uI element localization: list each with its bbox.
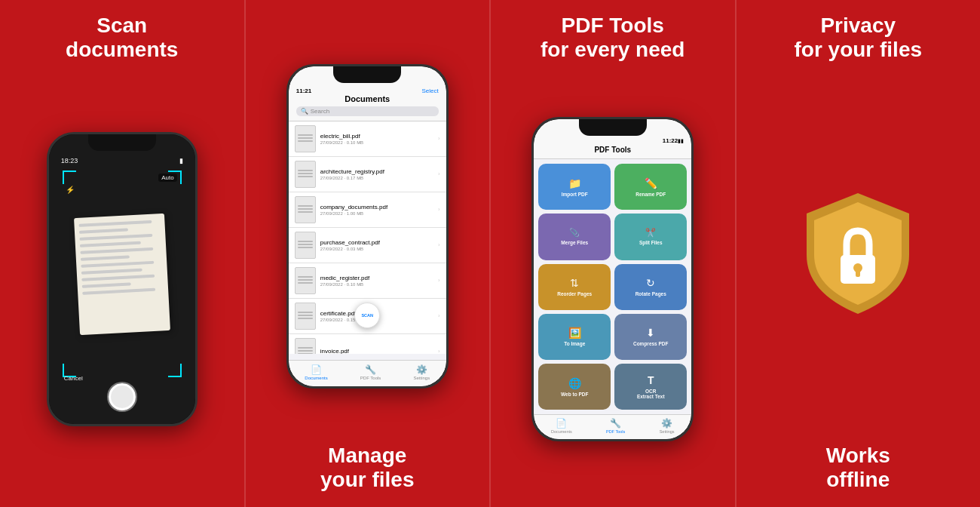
chevron-right-icon: › <box>438 312 440 319</box>
shield-svg <box>798 187 918 319</box>
pdftools-title: PDF Tools for every need <box>541 14 684 62</box>
pdftools-time: 11:22 <box>663 137 678 144</box>
chevron-right-icon: › <box>438 277 440 284</box>
manage-phone: 11:21 Select Documents 🔍 Search <box>286 64 449 389</box>
tool-rotate-pages[interactable]: ↻ Rotate Pages <box>614 264 687 310</box>
chevron-right-icon: › <box>438 348 440 354</box>
tool-web-to-pdf[interactable]: 🌐 Web to PDF <box>538 364 611 410</box>
ocr-label: OCRExtract Text <box>637 389 665 399</box>
tool-to-image[interactable]: 🖼️ To Image <box>538 314 611 360</box>
docs-nav-top: 11:21 Select <box>296 88 439 94</box>
doc-name: medic_register.pdf <box>320 275 433 281</box>
tool-compress-pdf[interactable]: ⬇ Compress PDF <box>614 314 687 360</box>
docs-select-button[interactable]: Select <box>422 88 439 94</box>
corner-bracket-br <box>168 364 182 377</box>
scan-phone-wrap: 18:23 ▮ ⚡ Auto <box>9 66 235 492</box>
doc-item-invoice[interactable]: invoice.pdf › <box>289 334 446 354</box>
doc-item-company[interactable]: company_documents.pdf 27/09/2022 · 1.00 … <box>289 192 446 228</box>
docs-tab-settings[interactable]: ⚙️ Settings <box>414 364 430 380</box>
shutter-button[interactable] <box>109 383 136 410</box>
doc-name: architecture_registry.pdf <box>320 168 433 175</box>
scan-status-icons: ▮ <box>179 157 183 164</box>
compress-icon: ⬇ <box>646 327 655 339</box>
reorder-label: Reorder Pages <box>557 291 592 297</box>
merge-icon: 📎 <box>569 228 580 238</box>
tool-ocr[interactable]: T OCRExtract Text <box>614 364 687 410</box>
scan-status-bar: 18:23 ▮ <box>57 157 188 164</box>
privacy-title-line1: Privacy <box>820 14 896 37</box>
scan-fab-button[interactable]: SCAN <box>354 303 380 328</box>
docs-bottom-bar: 📄 Documents 🔧 PDF Tools ⚙️ Settings <box>289 360 446 386</box>
pdftools-settings-tab-label: Settings <box>660 429 675 434</box>
scan-phone-screen: 18:23 ▮ ⚡ Auto <box>49 134 195 424</box>
docs-time: 11:21 <box>296 88 311 94</box>
tool-import-pdf[interactable]: 📁 Import PDF <box>538 164 611 210</box>
privacy-title-line2: for your files <box>794 38 922 61</box>
doc-line <box>81 274 155 281</box>
pdftools-tools-tab-label: PDF Tools <box>606 429 625 434</box>
manage-phone-notch <box>333 66 401 83</box>
wifi-icon: ▮▮ <box>678 138 684 144</box>
docs-screen: 11:21 Select Documents 🔍 Search <box>289 66 446 386</box>
privacy-title: Privacy for your files <box>794 14 922 62</box>
docs-tab-documents[interactable]: 📄 Documents <box>305 364 327 380</box>
manage-title: Manage your files <box>320 444 414 492</box>
pdftools-tools-tab-icon: 🔧 <box>610 418 621 429</box>
split-icon: ✂️ <box>645 228 656 238</box>
doc-line <box>81 255 130 260</box>
doc-meta: 27/09/2022 · 1.00 MB <box>320 211 433 216</box>
doc-line <box>82 287 155 294</box>
pdftools-phone-wrap: 11:22 ▮▮ PDF Tools 📁 Import PDF <box>500 66 726 492</box>
ocr-icon: T <box>648 374 654 386</box>
docs-tab-pdftools[interactable]: 🔧 PDF Tools <box>360 364 381 380</box>
doc-line <box>81 260 154 267</box>
corner-bracket-tr <box>168 171 182 184</box>
document-preview <box>74 214 170 335</box>
tool-reorder-pages[interactable]: ⇅ Reorder Pages <box>538 264 611 310</box>
chevron-right-icon: › <box>438 171 440 177</box>
pdftools-title-line1: PDF Tools <box>562 14 664 37</box>
import-pdf-icon: 📁 <box>568 177 581 189</box>
pdftools-bottom-bar: 📄 Documents 🔧 PDF Tools ⚙️ Settings <box>534 414 691 439</box>
cancel-label: Cancel <box>64 375 83 382</box>
docs-search[interactable]: 🔍 Search <box>296 106 439 116</box>
doc-item-purchase[interactable]: purchase_contract.pdf 27/09/2022 · 0.03 … <box>289 228 446 263</box>
svg-rect-2 <box>856 268 860 277</box>
settings-tab-label: Settings <box>414 376 430 380</box>
merge-label: Merge Files <box>561 240 588 245</box>
scan-viewfinder: ⚡ Auto <box>57 164 188 383</box>
pdftools-phone-screen: 11:22 ▮▮ PDF Tools 📁 Import PDF <box>534 119 691 439</box>
split-label: Split Files <box>639 240 663 245</box>
tool-merge-files[interactable]: 📎 Merge Files <box>538 214 611 260</box>
tool-split-files[interactable]: ✂️ Split Files <box>614 214 687 260</box>
search-placeholder: Search <box>311 108 329 115</box>
chevron-right-icon: › <box>438 135 440 142</box>
web-to-pdf-icon: 🌐 <box>568 377 581 389</box>
manage-phone-screen: 11:21 Select Documents 🔍 Search <box>289 66 446 386</box>
doc-line <box>79 228 128 233</box>
pdftools-tab-settings[interactable]: ⚙️ Settings <box>660 418 675 434</box>
doc-thumb <box>295 125 316 152</box>
manage-title-line2: your files <box>320 468 414 491</box>
doc-item-arch[interactable]: architecture_registry.pdf 27/09/2022 · 0… <box>289 157 446 192</box>
scan-title-line1: Scan <box>96 14 147 37</box>
doc-meta: 27/09/2022 · 0.10 MB <box>320 140 433 145</box>
doc-info: electric_bill.pdf 27/09/2022 · 0.10 MB <box>320 133 433 145</box>
pdftools-tab-pdftools[interactable]: 🔧 PDF Tools <box>606 418 625 434</box>
docs-nav-title: Documents <box>296 94 439 103</box>
privacy-content <box>798 66 918 438</box>
tools-grid: 📁 Import PDF ✏️ Rename PDF 📎 Merge Files <box>534 159 691 414</box>
pdftools-docs-tab-label: Documents <box>551 429 572 434</box>
doc-line <box>80 247 153 254</box>
pdftools-app-screen: 11:22 ▮▮ PDF Tools 📁 Import PDF <box>534 119 691 439</box>
pdftools-tab-label: PDF Tools <box>360 376 381 380</box>
settings-tab-icon: ⚙️ <box>416 364 427 375</box>
documents-tab-label: Documents <box>305 376 327 380</box>
import-pdf-label: Import PDF <box>562 192 588 197</box>
tool-rename-pdf[interactable]: ✏️ Rename PDF <box>614 164 687 210</box>
pdftools-tab-documents[interactable]: 📄 Documents <box>551 418 572 434</box>
doc-item-medic[interactable]: medic_register.pdf 27/09/2022 · 0.10 MB … <box>289 263 446 299</box>
doc-line <box>79 233 152 240</box>
doc-item-electric[interactable]: electric_bill.pdf 27/09/2022 · 0.10 MB › <box>289 121 446 157</box>
doc-thumb <box>295 196 316 223</box>
